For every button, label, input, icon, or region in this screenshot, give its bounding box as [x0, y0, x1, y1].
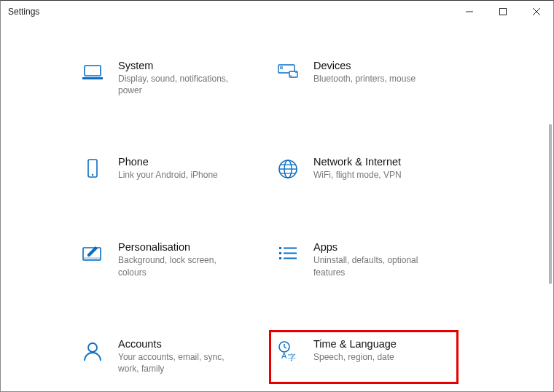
category-title: Accounts — [118, 338, 242, 350]
category-network[interactable]: Network & InternetWiFi, flight mode, VPN — [269, 148, 459, 191]
category-accounts[interactable]: AccountsYour accounts, email, sync, work… — [74, 330, 263, 384]
category-description: Background, lock screen, colours — [118, 254, 242, 278]
phone-icon — [80, 157, 105, 181]
category-time-language[interactable]: Time & LanguageSpeech, region, date — [269, 330, 459, 384]
apps-list-icon — [276, 242, 300, 267]
paintbrush-icon — [80, 242, 105, 267]
category-description: Speech, region, date — [313, 351, 397, 363]
category-title: Time & Language — [313, 338, 397, 350]
window-title: Settings — [8, 7, 39, 17]
category-description: Display, sound, notifications, power — [118, 73, 242, 96]
titlebar: Settings — [1, 1, 553, 23]
svg-rect-1 — [500, 9, 507, 15]
category-title: Personalisation — [118, 241, 242, 253]
minimize-button[interactable] — [453, 1, 486, 23]
settings-content: SystemDisplay, sound, notifications, pow… — [1, 23, 553, 391]
close-button[interactable] — [520, 1, 553, 23]
category-apps[interactable]: AppsUninstall, defaults, optional featur… — [269, 233, 459, 287]
vertical-scrollbar[interactable] — [549, 124, 552, 284]
category-title: Devices — [313, 60, 416, 71]
maximize-button[interactable] — [486, 1, 520, 23]
category-description: Uninstall, defaults, optional features — [313, 254, 437, 278]
devices-icon — [276, 60, 300, 85]
category-title: Network & Internet — [313, 156, 402, 168]
window-controls — [453, 1, 553, 23]
laptop-icon — [80, 60, 105, 85]
category-description: WiFi, flight mode, VPN — [313, 169, 402, 181]
globe-icon — [276, 157, 300, 181]
category-description: Link your Android, iPhone — [118, 169, 218, 181]
time-language-icon — [276, 339, 300, 364]
person-icon — [80, 339, 105, 364]
category-description: Bluetooth, printers, mouse — [313, 73, 416, 85]
category-phone[interactable]: PhoneLink your Android, iPhone — [74, 148, 263, 191]
category-system[interactable]: SystemDisplay, sound, notifications, pow… — [74, 52, 263, 106]
category-devices[interactable]: DevicesBluetooth, printers, mouse — [269, 52, 459, 106]
category-title: Apps — [313, 241, 437, 253]
category-title: Phone — [118, 156, 218, 168]
category-description: Your accounts, email, sync, work, family — [118, 351, 242, 375]
category-title: System — [118, 60, 242, 71]
category-personalisation[interactable]: PersonalisationBackground, lock screen, … — [74, 233, 263, 287]
